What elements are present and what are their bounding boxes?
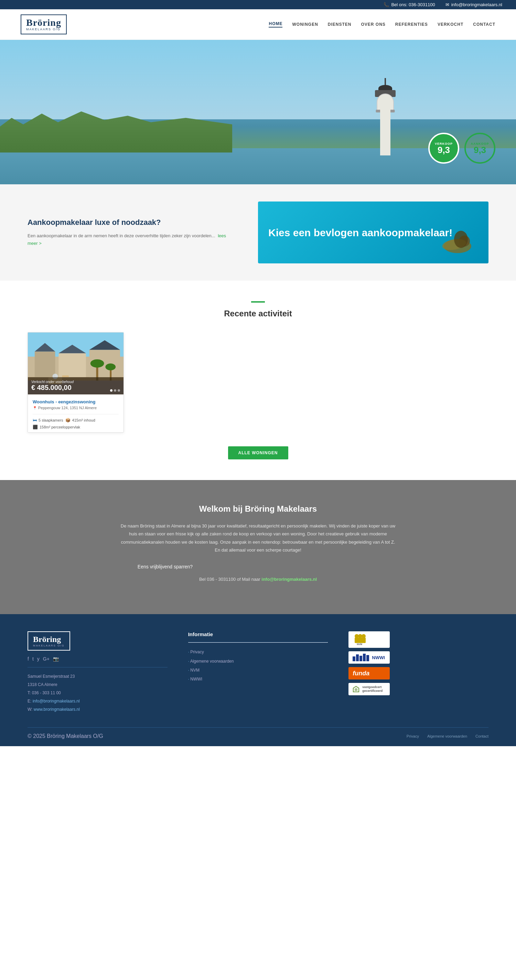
aankoop-score: 9,3 <box>474 145 486 154</box>
info-link-privacy[interactable]: Privacy <box>188 648 328 656</box>
footer-email-link[interactable]: info@broringmakelaars.nl <box>33 699 80 703</box>
alle-woningen-button[interactable]: ALLE WONINGEN <box>228 446 288 460</box>
svg-point-3 <box>454 231 468 248</box>
aankoop-section: Aankoopmakelaar luxe of noodzaak? Een aa… <box>0 184 516 281</box>
verkoop-badge: VERKOOP 9,3 <box>428 133 459 164</box>
nav-verkocht[interactable]: VERKOCHT <box>438 22 463 27</box>
facebook-icon[interactable]: f <box>27 656 29 662</box>
info-link-nwwi[interactable]: NWWI <box>188 675 328 684</box>
footer: Bröring MAKELAARS O/G f t y G+ 📷 Samuel … <box>0 614 516 746</box>
svg-rect-7 <box>59 353 86 377</box>
nwwi-bars <box>353 654 369 661</box>
footer-logo-subtitle: MAKELAARS O/G <box>33 644 65 647</box>
card-status: Verkocht onder voorbehoud <box>31 380 120 384</box>
card-address: 📍 Peppengouw 124, 1351 NJ Almere <box>33 406 119 410</box>
nav-contact[interactable]: CONTACT <box>473 22 495 27</box>
card-type: Woonhuis - eengezinswoning <box>33 399 119 404</box>
card-overlay: Verkocht onder voorbehoud € 485.000,00 <box>28 377 124 395</box>
footer-bottom: © 2025 Bröring Makelaars O/G Privacy Alg… <box>27 727 489 739</box>
welcome-section: Welkom bij Bröring Makelaars De naam Brö… <box>0 480 516 614</box>
svg-rect-18 <box>62 375 69 377</box>
card-image-wrap: Verkocht onder voorbehoud € 485.000,00 <box>28 332 124 395</box>
footer-privacy-link[interactable]: Privacy <box>407 734 419 738</box>
svg-text:NVM: NVM <box>357 643 363 646</box>
svg-text:vc: vc <box>355 689 357 691</box>
footer-divider-2 <box>188 642 328 643</box>
footer-copyright: © 2025 Bröring Makelaars O/G <box>27 733 103 739</box>
footer-street: Samuel Esmeijerstraat 23 <box>27 672 167 681</box>
nav-over-ons[interactable]: OVER ONS <box>361 22 385 27</box>
spec-bedrooms-label: 5 slaapkamers <box>38 418 63 422</box>
sparren-label: Eens vrijblijvend sparren? <box>27 563 303 571</box>
nav-home[interactable]: HOME <box>269 21 282 27</box>
info-link-voorwaarden[interactable]: Algemene voorwaarden <box>188 657 328 666</box>
spec-area: ⬛ 158m² perceeloppervlak <box>33 425 80 430</box>
nvm-badge: NVM <box>349 631 390 648</box>
nav-referenties[interactable]: REFERENTIES <box>395 22 428 27</box>
area-icon: ⬛ <box>33 425 38 430</box>
score-badges: VERKOOP 9,3 AANKOOP 9,3 <box>428 133 495 164</box>
youtube-icon[interactable]: y <box>37 656 40 662</box>
footer-col-info: Informatie Privacy Algemene voorwaarden … <box>188 631 328 714</box>
section-header: Recente activiteit <box>27 301 489 318</box>
footer-email-row: E: info@broringmakelaars.nl <box>27 697 167 705</box>
instagram-icon[interactable]: 📷 <box>53 656 59 662</box>
phone-info: 📞 Bel ons: 036-3031100 <box>384 2 435 7</box>
recente-title: Recente activiteit <box>27 309 489 318</box>
card-dot-1[interactable] <box>110 389 113 391</box>
email-link[interactable]: info@broringmakelaars.nl <box>451 2 502 7</box>
footer-grid: Bröring MAKELAARS O/G f t y G+ 📷 Samuel … <box>27 631 489 714</box>
aankoop-body: Een aankoopmakelaar in de arm nemen heef… <box>27 232 237 247</box>
aankoop-title: Aankoopmakelaar luxe of noodzaak? <box>27 218 237 228</box>
card-dot-3[interactable] <box>118 389 120 391</box>
googleplus-icon[interactable]: G+ <box>43 656 49 662</box>
footer-phone: T: 036 - 303 11 00 <box>27 689 167 697</box>
vastgoed-label: vastgoedcertgecertificeerd <box>362 685 382 693</box>
main-nav: HOME WONINGEN DIENSTEN OVER ONS REFERENT… <box>269 21 495 27</box>
spec-bedrooms: 🛏 5 slaapkamers <box>33 418 63 423</box>
welcome-email[interactable]: info@broringmakelaars.nl <box>261 577 317 582</box>
logo-subtitle: MAKELAARS O/G <box>26 27 61 31</box>
card-dots <box>110 389 120 391</box>
footer-col-badges: NVM NWWI funda <box>349 631 489 714</box>
vastgoed-logo: vc <box>353 686 360 692</box>
property-card[interactable]: Verkocht onder voorbehoud € 485.000,00 W… <box>27 332 124 433</box>
logo[interactable]: Bröring MAKELAARS O/G <box>21 14 67 34</box>
card-dot-2[interactable] <box>114 389 116 391</box>
info-title: Informatie <box>188 631 328 637</box>
hero-section: VERKOOP 9,3 AANKOOP 9,3 <box>0 40 516 184</box>
section-divider <box>251 301 265 302</box>
nwwi-badge: NWWI <box>349 651 390 663</box>
footer-social: f t y G+ 📷 <box>27 656 167 662</box>
twitter-icon[interactable]: t <box>32 656 34 662</box>
nvm-logo: NVM <box>353 633 366 646</box>
hero-sky <box>0 40 516 119</box>
footer-web-link[interactable]: www.broringmakelaars.nl <box>34 707 80 712</box>
info-links: Privacy Algemene voorwaarden NVM NWWI <box>188 648 328 684</box>
recente-section: Recente activiteit <box>0 281 516 480</box>
aankoop-badge: AANKOOP 9,3 <box>464 133 495 164</box>
info-link-nvm[interactable]: NVM <box>188 666 328 675</box>
footer-logo[interactable]: Bröring MAKELAARS O/G <box>27 631 70 651</box>
verkoop-score: 9,3 <box>438 145 450 154</box>
footer-address: Samuel Esmeijerstraat 23 1318 CA Almere … <box>27 672 167 714</box>
footer-web-row: W: www.broringmakelaars.nl <box>27 705 167 714</box>
nav-woningen[interactable]: WONINGEN <box>292 22 318 27</box>
aankoop-text: Aankoopmakelaar luxe of noodzaak? Een aa… <box>27 218 237 248</box>
spec-volume-label: 415m³ inhoud <box>72 418 95 422</box>
footer-contact-link[interactable]: Contact <box>475 734 489 738</box>
svg-point-16 <box>105 363 116 370</box>
nwwi-label: NWWI <box>372 655 385 660</box>
footer-logo-title: Bröring <box>33 635 61 644</box>
top-bar: 📞 Bel ons: 036-3031100 ✉ info@broringmak… <box>0 0 516 9</box>
pin-icon: 📍 <box>33 406 37 410</box>
footer-voorwaarden-link[interactable]: Algemene voorwaarden <box>427 734 467 738</box>
phone-label: Bel ons: 036-3031100 <box>391 2 435 7</box>
card-specs: 🛏 5 slaapkamers 📦 415m³ inhoud ⬛ 158m² p… <box>33 414 119 430</box>
svg-rect-25 <box>362 638 366 643</box>
header: Bröring MAKELAARS O/G HOME WONINGEN DIEN… <box>0 9 516 40</box>
email-info: ✉ info@broringmakelaars.nl <box>446 2 502 7</box>
nav-diensten[interactable]: DIENSTEN <box>328 22 352 27</box>
bed-icon: 🛏 <box>33 418 37 423</box>
footer-col-brand: Bröring MAKELAARS O/G f t y G+ 📷 Samuel … <box>27 631 167 714</box>
